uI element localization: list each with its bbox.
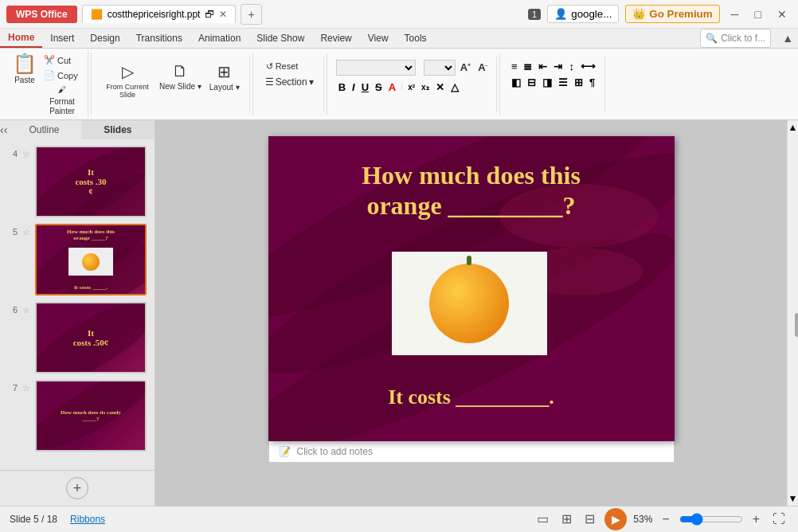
align-left-button[interactable]: ◧ [509, 76, 523, 89]
slide-title-line1: How much does this [292, 160, 651, 190]
add-tab-button[interactable]: + [241, 4, 261, 25]
main-slide-canvas[interactable]: How much does this orange _________? It … [268, 136, 675, 441]
book-view-button[interactable]: ⊟ [581, 510, 598, 528]
list-item[interactable]: 5 ☆ How much does this orange _____? [6, 224, 148, 295]
tab-review[interactable]: Review [312, 29, 359, 48]
subscript-button[interactable]: x₂ [419, 82, 432, 92]
divider-3 [327, 53, 327, 115]
line-spacing-button[interactable]: ↕ [566, 60, 577, 73]
reset-button[interactable]: ↺ Reset [262, 60, 303, 73]
strikethrough-button[interactable]: S [373, 80, 385, 94]
minimize-button[interactable]: ─ [726, 6, 744, 22]
slide-list: 4 ☆ It costs .30 ¢ [0, 139, 155, 470]
indent-less-button[interactable]: ⇤ [536, 60, 550, 73]
new-slide-button[interactable]: 🗋 New Slide ▾ [156, 60, 205, 93]
go-premium-button[interactable]: 👑 Go Premium [625, 5, 719, 23]
wps-office-button[interactable]: WPS Office [6, 6, 77, 23]
indent-more-button[interactable]: ⇥ [551, 60, 565, 73]
align-right-button[interactable]: ◨ [540, 76, 554, 89]
zoom-slider[interactable] [679, 513, 743, 526]
justify-button[interactable]: ☰ [556, 76, 570, 89]
add-slide-button[interactable]: + [66, 477, 88, 499]
reset-section-group: ↺ Reset ☰ Section ▾ [256, 57, 324, 112]
fit-button[interactable]: ⛶ [769, 510, 788, 528]
from-current-slide-button[interactable]: ▷ From Current Slide [100, 60, 155, 103]
font-family-select[interactable] [336, 60, 416, 76]
para-controls: ≡ ≣ ⇤ ⇥ ↕ ⟷ ◧ ⊟ ◨ ☰ ⊞ ¶ [509, 57, 598, 89]
slide-title-line2: orange _________? [292, 190, 651, 221]
zoom-out-button[interactable]: − [659, 510, 672, 528]
slide-thumb-4[interactable]: It costs .30 ¢ [35, 146, 147, 217]
columns-button[interactable]: ⊞ [572, 76, 585, 89]
ribbon-collapse-button[interactable]: ▲ [777, 29, 798, 48]
divider-2 [252, 53, 253, 115]
section-icon: ☰ [265, 76, 274, 88]
tab-view[interactable]: View [360, 29, 397, 48]
clear-format-button[interactable]: ✕ [433, 80, 447, 94]
paste-button[interactable]: 📋 Paste [10, 50, 40, 90]
text-direction-button[interactable]: ⟷ [578, 60, 598, 73]
paragraph-settings-button[interactable]: ¶ [587, 76, 597, 89]
scroll-up-button[interactable]: ▲ [787, 120, 798, 135]
tab-tools[interactable]: Tools [397, 29, 435, 48]
copy-button[interactable]: 📄 Copy [40, 68, 84, 82]
play-button[interactable]: ▶ [604, 508, 627, 530]
file-tab[interactable]: 🟧 costthepriceisright.ppt 🗗 ✕ [82, 5, 237, 23]
layout-button[interactable]: ⊞ Layout ▾ [206, 60, 243, 94]
list-item[interactable]: 6 ☆ It costs .50¢ [6, 302, 148, 374]
superscript-button[interactable]: x² [405, 82, 417, 92]
list-item[interactable]: 7 ☆ How much does tis candy _____? [6, 380, 148, 452]
list-item[interactable]: 4 ☆ It costs .30 ¢ [6, 146, 148, 217]
sidebar-toggle-button[interactable]: ‹‹ [0, 123, 7, 136]
search-box[interactable]: 🔍 Click to f... [700, 29, 771, 48]
right-scrollbar[interactable]: ▲ ▼ [787, 120, 798, 506]
font-decrease-button[interactable]: A- [475, 61, 490, 74]
bold-button[interactable]: B [336, 80, 348, 94]
cut-button[interactable]: ✂️ Cut [40, 53, 84, 67]
numbering-button[interactable]: ≣ [521, 60, 534, 73]
status-left: Slide 5 / 18 Ribbons [10, 514, 105, 525]
maximize-button[interactable]: □ [750, 6, 766, 22]
tab-insert[interactable]: Insert [42, 29, 82, 48]
font-color-button[interactable]: A [386, 80, 398, 94]
shapes-button[interactable]: △ [448, 80, 461, 94]
format-painter-button[interactable]: 🖌 Format Painter [40, 84, 84, 118]
tab-transitions[interactable]: Transitions [128, 29, 190, 48]
para-row-2: ◧ ⊟ ◨ ☰ ⊞ ¶ [509, 76, 598, 89]
zoom-in-button[interactable]: + [749, 510, 763, 528]
tab-close-icon[interactable]: ✕ [219, 9, 227, 20]
underline-button[interactable]: U [359, 80, 371, 94]
close-button[interactable]: ✕ [773, 6, 792, 22]
tab-animation[interactable]: Animation [190, 29, 248, 48]
zoom-level: 53% [633, 514, 652, 525]
user-button[interactable]: 👤 google... [547, 5, 619, 23]
scroll-down-button[interactable]: ▼ [787, 491, 798, 506]
tab-number-badge: 1 [528, 9, 541, 20]
scroll-thumb[interactable] [795, 313, 799, 337]
italic-button[interactable]: I [350, 80, 358, 94]
font-increase-button[interactable]: A+ [458, 61, 473, 74]
slide-thumb-6[interactable]: It costs .50¢ [35, 302, 147, 374]
outline-tab[interactable]: Outline [7, 120, 80, 139]
tab-slideshow[interactable]: Slide Show [248, 29, 312, 48]
normal-view-button[interactable]: ▭ [534, 510, 552, 528]
tab-design[interactable]: Design [82, 29, 127, 48]
paste-section: 📋 Paste [10, 50, 40, 118]
file-tab-name: costthepriceisright.ppt [108, 9, 201, 20]
canvas-area: How much does this orange _________? It … [155, 120, 787, 506]
tab-home[interactable]: Home [0, 29, 42, 48]
tab-restore-icon[interactable]: 🗗 [205, 9, 214, 20]
align-center-button[interactable]: ⊟ [525, 76, 538, 89]
slide-thumb-7[interactable]: How much does tis candy _____? [35, 380, 147, 452]
ribbons-label[interactable]: Ribbons [70, 514, 105, 525]
notes-bar[interactable]: 📝 Click to add notes [268, 441, 675, 463]
bullets-button[interactable]: ≡ [509, 60, 520, 73]
font-size-select[interactable] [424, 60, 456, 76]
grid-view-button[interactable]: ⊞ [558, 510, 575, 528]
section-button[interactable]: ☰ Section ▾ [262, 75, 317, 89]
main-area: ‹‹ Outline Slides 4 ☆ It costs .30 [0, 120, 798, 506]
paragraph-group: ≡ ≣ ⇤ ⇥ ↕ ⟷ ◧ ⊟ ◨ ☰ ⊞ ¶ [503, 57, 605, 112]
slide-star-6: ☆ [22, 302, 30, 315]
slides-tab[interactable]: Slides [81, 120, 155, 139]
slide-thumb-5[interactable]: How much does this orange _____? It cost… [35, 224, 147, 295]
